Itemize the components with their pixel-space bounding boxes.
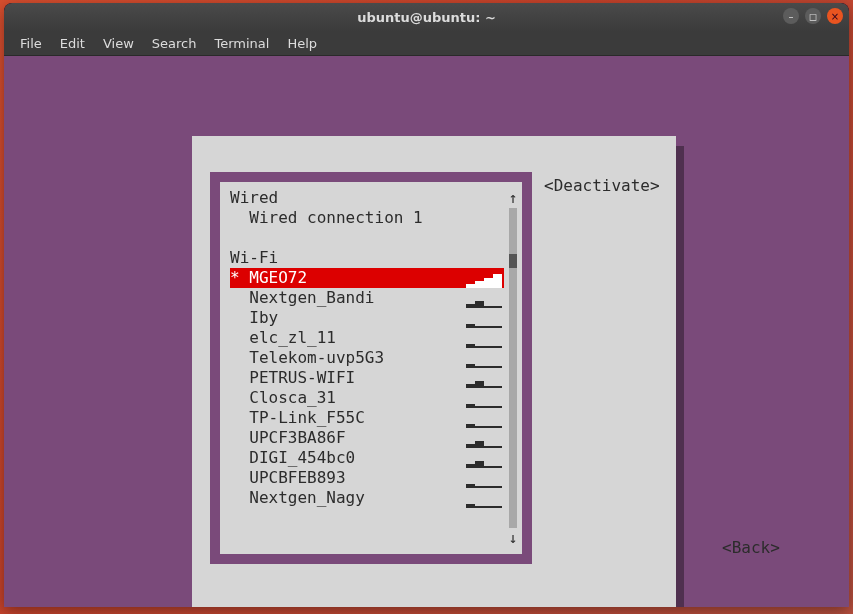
wifi-item[interactable]: Nextgen_Nagy	[230, 488, 504, 508]
menubar: File Edit View Search Terminal Help	[4, 31, 849, 56]
wifi-item[interactable]: Nextgen_Bandi	[230, 288, 504, 308]
signal-strength-icon	[466, 294, 502, 308]
scroll-up-arrow[interactable]: ↑	[508, 188, 517, 208]
wifi-label: elc_zl_11	[230, 328, 466, 348]
signal-strength-icon	[466, 394, 502, 408]
wifi-item[interactable]: UPCF3BA86F	[230, 428, 504, 448]
close-button[interactable]: ×	[827, 8, 843, 24]
scroll-down-arrow[interactable]: ↓	[508, 528, 517, 548]
terminal-body: Wired Wired connection 1 Wi-Fi * MGEO72 …	[4, 56, 849, 607]
scrollbar[interactable]: ↑ ↓	[508, 188, 518, 548]
wifi-label: UPCF3BA86F	[230, 428, 466, 448]
scroll-thumb[interactable]	[509, 254, 517, 268]
menu-view[interactable]: View	[95, 34, 142, 53]
window-controls: – ◻ ×	[783, 8, 843, 24]
menu-help[interactable]: Help	[279, 34, 325, 53]
wifi-item[interactable]: PETRUS-WIFI	[230, 368, 504, 388]
wifi-label: Telekom-uvp5G3	[230, 348, 466, 368]
signal-strength-icon	[466, 374, 502, 388]
wifi-label: Iby	[230, 308, 466, 328]
titlebar: ubuntu@ubuntu: ~ – ◻ ×	[4, 3, 849, 31]
minimize-button[interactable]: –	[783, 8, 799, 24]
wifi-label: Closca_31	[230, 388, 466, 408]
scroll-track[interactable]	[509, 208, 517, 528]
signal-strength-icon	[466, 414, 502, 428]
nmtui-dialog: Wired Wired connection 1 Wi-Fi * MGEO72 …	[192, 136, 676, 607]
wifi-item[interactable]: TP-Link_F55C	[230, 408, 504, 428]
wifi-label: * MGEO72	[230, 268, 466, 288]
menu-terminal[interactable]: Terminal	[206, 34, 277, 53]
wifi-label: Nextgen_Nagy	[230, 488, 466, 508]
signal-strength-icon	[466, 454, 502, 468]
wifi-item[interactable]: Iby	[230, 308, 504, 328]
wired-connection-item[interactable]: Wired connection 1	[230, 208, 504, 228]
menu-edit[interactable]: Edit	[52, 34, 93, 53]
wifi-item[interactable]: * MGEO72	[230, 268, 504, 288]
wifi-item[interactable]: Closca_31	[230, 388, 504, 408]
signal-strength-icon	[466, 434, 502, 448]
wifi-label: DIGI_454bc0	[230, 448, 466, 468]
wifi-label: TP-Link_F55C	[230, 408, 466, 428]
deactivate-button[interactable]: <Deactivate>	[544, 176, 660, 196]
signal-strength-icon	[466, 354, 502, 368]
signal-strength-icon	[466, 494, 502, 508]
signal-strength-icon	[466, 314, 502, 328]
back-button[interactable]: <Back>	[722, 538, 780, 558]
connection-list-frame: Wired Wired connection 1 Wi-Fi * MGEO72 …	[210, 172, 532, 564]
signal-strength-icon	[466, 274, 502, 288]
blank-line	[230, 228, 504, 248]
connection-list[interactable]: Wired Wired connection 1 Wi-Fi * MGEO72 …	[230, 188, 504, 548]
wifi-header: Wi-Fi	[230, 248, 504, 268]
wifi-item[interactable]: DIGI_454bc0	[230, 448, 504, 468]
wifi-item[interactable]: elc_zl_11	[230, 328, 504, 348]
wifi-label: PETRUS-WIFI	[230, 368, 466, 388]
signal-strength-icon	[466, 334, 502, 348]
window-title: ubuntu@ubuntu: ~	[357, 10, 496, 25]
maximize-button[interactable]: ◻	[805, 8, 821, 24]
wifi-label: Nextgen_Bandi	[230, 288, 466, 308]
menu-file[interactable]: File	[12, 34, 50, 53]
wifi-item[interactable]: UPCBFEB893	[230, 468, 504, 488]
wifi-item[interactable]: Telekom-uvp5G3	[230, 348, 504, 368]
wifi-label: UPCBFEB893	[230, 468, 466, 488]
terminal-window: ubuntu@ubuntu: ~ – ◻ × File Edit View Se…	[4, 3, 849, 607]
signal-strength-icon	[466, 474, 502, 488]
wired-header: Wired	[230, 188, 504, 208]
menu-search[interactable]: Search	[144, 34, 205, 53]
